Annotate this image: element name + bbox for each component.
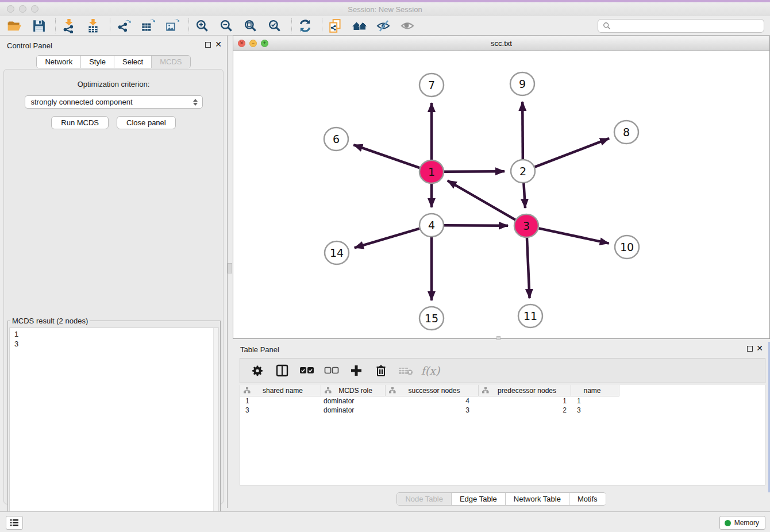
import-network-icon[interactable]: [60, 18, 78, 34]
select-all-checks-icon[interactable]: [299, 363, 315, 379]
cell-name[interactable]: 1: [571, 397, 619, 405]
tab-mcds[interactable]: MCDS: [152, 56, 190, 68]
graph-node-10[interactable]: 10: [615, 236, 639, 259]
deselect-all-checks-icon[interactable]: [324, 363, 340, 379]
tab-node-table[interactable]: Node Table: [397, 493, 452, 505]
open-folder-icon[interactable]: [6, 18, 23, 34]
delete-column-icon[interactable]: [373, 363, 389, 379]
graph-node-7[interactable]: 7: [419, 74, 444, 97]
close-panel-button[interactable]: Close panel: [117, 116, 176, 129]
zoom-selected-icon[interactable]: [266, 18, 283, 34]
cell-shared-name[interactable]: 1: [240, 397, 321, 405]
graph-edge-2-9[interactable]: [522, 102, 523, 159]
zoom-out-icon[interactable]: [218, 18, 235, 34]
cell-mcds-role[interactable]: dominator: [321, 397, 386, 405]
graph-edge-3-10[interactable]: [539, 228, 609, 243]
control-panel-title: Control Panel: [7, 41, 52, 50]
memory-button[interactable]: Memory: [719, 516, 765, 530]
graph-node-9[interactable]: 9: [510, 72, 534, 95]
maximize-network-button[interactable]: +: [261, 40, 268, 47]
graph-node-11[interactable]: 11: [518, 304, 542, 327]
graph-node-6[interactable]: 6: [324, 128, 348, 151]
import-table-icon[interactable]: [84, 18, 102, 34]
tab-select[interactable]: Select: [114, 56, 152, 68]
close-network-button[interactable]: ✕: [238, 40, 245, 47]
table-row[interactable]: 3 dominator 3 2 3: [240, 406, 765, 415]
graph-edge-3-1[interactable]: [448, 180, 515, 219]
graph-edge-2-3[interactable]: [523, 183, 525, 208]
show-all-networks-icon[interactable]: [351, 18, 368, 34]
hide-selected-icon[interactable]: [375, 18, 392, 34]
graph-edge-1-2[interactable]: [444, 171, 505, 172]
search-field[interactable]: [598, 19, 764, 33]
graph-edge-1-6[interactable]: [353, 145, 419, 168]
graph-node-1[interactable]: 1: [419, 160, 444, 183]
task-history-button[interactable]: [6, 516, 23, 530]
mcds-result-text[interactable]: 1 3: [9, 327, 219, 532]
graph-edge-2-8[interactable]: [535, 138, 609, 167]
cell-shared-name[interactable]: 3: [240, 406, 321, 414]
result-scrollbar[interactable]: [213, 328, 218, 532]
graph-edge-4-14[interactable]: [355, 229, 419, 248]
clone-network-icon[interactable]: [327, 18, 344, 34]
mcds-result-fieldset: MCDS result (2 nodes) 1 3: [7, 317, 221, 532]
tab-style[interactable]: Style: [81, 56, 114, 68]
graph-edge-4-3[interactable]: [444, 225, 508, 226]
zoom-fit-icon[interactable]: [242, 18, 259, 34]
run-mcds-button[interactable]: Run MCDS: [51, 116, 109, 129]
cell-successor-nodes[interactable]: 4: [386, 397, 479, 405]
tab-motifs[interactable]: Motifs: [569, 493, 606, 505]
export-network-icon[interactable]: [115, 18, 132, 34]
column-header-mcds-role[interactable]: MCDS role: [321, 385, 386, 396]
cell-successor-nodes[interactable]: 3: [386, 406, 479, 414]
export-image-icon[interactable]: [163, 18, 180, 34]
import-table-glyph: [86, 18, 101, 33]
graph-node-3[interactable]: 3: [514, 214, 538, 237]
svg-text:4: 4: [428, 219, 435, 232]
graph-node-8[interactable]: 8: [614, 121, 638, 144]
column-header-shared-name[interactable]: shared name: [240, 385, 321, 396]
tab-edge-table[interactable]: Edge Table: [452, 493, 506, 505]
save-session-icon[interactable]: [30, 18, 47, 34]
cell-mcds-role[interactable]: dominator: [321, 406, 386, 414]
cell-name[interactable]: 3: [571, 406, 619, 414]
apply-layout-refresh-icon[interactable]: [297, 18, 314, 34]
toggle-column-panel-icon[interactable]: [274, 363, 290, 379]
maximize-window-button[interactable]: [31, 5, 38, 13]
search-input[interactable]: [614, 22, 759, 30]
optimization-criterion-select[interactable]: strongly connected component: [25, 95, 203, 109]
network-graph[interactable]: 1234678910111415: [233, 52, 769, 338]
graph-node-14[interactable]: 14: [325, 241, 349, 264]
network-window-titlebar[interactable]: ✕ − + scc.txt: [233, 36, 769, 51]
tab-network[interactable]: Network: [37, 56, 81, 68]
float-table-panel-icon[interactable]: [747, 346, 753, 352]
add-column-icon[interactable]: [348, 363, 364, 379]
column-header-predecessor-nodes[interactable]: predecessor nodes: [479, 385, 571, 396]
close-table-panel-icon[interactable]: ✕: [756, 344, 763, 352]
column-header-successor-nodes[interactable]: successor nodes: [386, 385, 479, 396]
tab-network-table[interactable]: Network Table: [506, 493, 569, 505]
graph-node-2[interactable]: 2: [511, 160, 535, 183]
cell-predecessor-nodes[interactable]: 1: [479, 397, 571, 405]
columns-glyph: [276, 364, 288, 377]
panel-splitter-handle[interactable]: [228, 263, 232, 273]
float-panel-icon[interactable]: [205, 42, 211, 48]
graph-node-15[interactable]: 15: [419, 307, 444, 330]
minimize-network-button[interactable]: −: [249, 40, 257, 47]
table-settings-gear-icon[interactable]: [249, 363, 265, 379]
cell-predecessor-nodes[interactable]: 2: [479, 406, 571, 414]
svg-text:3: 3: [523, 219, 530, 232]
graph-edge-3-11[interactable]: [527, 238, 530, 298]
close-window-button[interactable]: [7, 5, 14, 13]
table-row[interactable]: 1 dominator 4 1 1: [240, 396, 765, 406]
minimize-window-button[interactable]: [19, 5, 26, 13]
graph-node-4[interactable]: 4: [419, 214, 444, 237]
export-table-icon[interactable]: [139, 18, 156, 34]
zoom-in-icon[interactable]: [194, 18, 211, 34]
network-canvas[interactable]: 1234678910111415: [233, 52, 769, 338]
close-panel-icon[interactable]: ✕: [215, 40, 222, 48]
network-view-window: ✕ − + scc.txt 1234678910111415: [233, 36, 770, 339]
column-header-name[interactable]: name: [571, 385, 619, 396]
show-selected-icon[interactable]: [399, 18, 417, 34]
window-resize-handle[interactable]: [496, 336, 500, 340]
